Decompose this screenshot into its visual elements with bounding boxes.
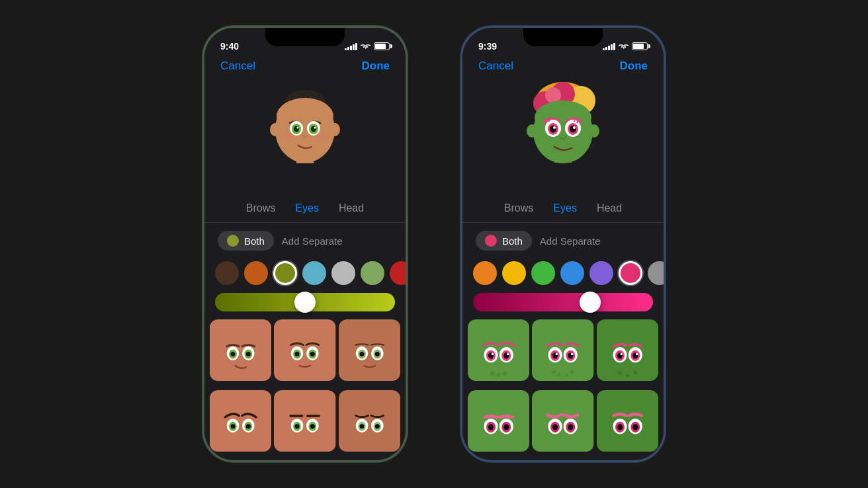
tab-head-left[interactable]: Head	[339, 200, 364, 217]
swatch-pink-right[interactable]	[619, 261, 642, 285]
cancel-button-right[interactable]: Cancel	[478, 60, 513, 73]
status-icons-right	[603, 42, 648, 50]
svg-point-102	[502, 371, 507, 376]
wifi-icon-left	[361, 42, 370, 50]
notch-left	[265, 28, 345, 46]
swatch-4-left[interactable]	[331, 261, 355, 285]
both-toggle-right[interactable]: Both	[476, 231, 532, 251]
svg-point-85	[570, 126, 576, 133]
wifi-icon-right	[619, 42, 629, 50]
svg-point-116	[570, 370, 574, 374]
done-button-right[interactable]: Done	[620, 60, 648, 73]
face-cell-0-right[interactable]	[468, 319, 529, 381]
memoji-left	[262, 82, 348, 168]
slider-row-right	[462, 288, 664, 317]
swatch-green-right[interactable]	[531, 261, 555, 285]
add-separate-right[interactable]: Add Separate	[540, 235, 601, 247]
svg-point-127	[618, 371, 622, 375]
tab-brows-left[interactable]: Brows	[246, 200, 275, 217]
slider-track-left[interactable]	[215, 293, 395, 311]
svg-point-17	[219, 325, 262, 372]
both-label-right: Both	[502, 235, 523, 247]
face-cell-4-right[interactable]	[532, 390, 593, 452]
tab-head-right[interactable]: Head	[597, 200, 622, 217]
face-grid-left	[204, 317, 406, 460]
face-cell-2-right[interactable]	[597, 319, 658, 381]
svg-point-144	[552, 424, 558, 430]
left-phone: 9:40	[202, 26, 408, 462]
swatch-yellow-right[interactable]	[502, 261, 526, 285]
face-cell-2-left[interactable]	[339, 319, 400, 381]
slider-thumb-left[interactable]	[294, 292, 316, 313]
svg-point-136	[488, 424, 494, 430]
swatch-gray-right[interactable]	[648, 261, 664, 285]
face-cell-1-right[interactable]	[532, 319, 593, 381]
status-icons-left	[345, 42, 390, 50]
svg-point-98	[492, 353, 494, 355]
svg-point-47	[246, 424, 251, 428]
svg-point-41	[219, 397, 262, 444]
signal-icon-left	[345, 42, 357, 50]
svg-point-10	[297, 127, 299, 129]
swatch-5-left[interactable]	[361, 261, 384, 285]
svg-point-86	[553, 126, 556, 129]
svg-point-87	[573, 126, 576, 129]
svg-point-64	[359, 424, 364, 428]
svg-point-22	[230, 352, 235, 356]
cancel-button-left[interactable]: Cancel	[220, 60, 255, 73]
avatar-area-right	[462, 75, 664, 194]
svg-point-38	[359, 352, 364, 356]
svg-point-15	[329, 123, 340, 136]
tabs-right: Brows Eyes Head	[462, 194, 664, 223]
swatch-orange-right[interactable]	[473, 261, 497, 285]
swatch-1-left[interactable]	[244, 261, 268, 285]
memoji-svg-left	[262, 82, 348, 168]
nav-bar-left: Cancel Done	[204, 57, 406, 75]
face-cell-5-right[interactable]	[597, 390, 658, 452]
face-cell-1-left[interactable]	[274, 319, 335, 381]
svg-point-59	[348, 397, 391, 444]
tab-eyes-right[interactable]: Eyes	[553, 200, 577, 217]
svg-point-56	[295, 424, 300, 428]
face-cell-3-right[interactable]	[468, 390, 529, 452]
done-button-left[interactable]: Done	[362, 60, 390, 73]
svg-point-13	[315, 132, 328, 140]
svg-point-3	[277, 98, 333, 135]
svg-point-88	[527, 124, 537, 138]
right-phone-screen: 9:39	[462, 28, 664, 460]
svg-point-89	[589, 124, 599, 138]
face-cell-0-left[interactable]	[210, 319, 271, 381]
toggle-row-right: Both Add Separate	[462, 223, 664, 259]
memoji-svg-right	[520, 82, 606, 168]
svg-point-84	[550, 126, 556, 133]
signal-icon-right	[603, 42, 615, 50]
add-separate-left[interactable]: Add Separate	[282, 235, 343, 247]
swatch-3-left[interactable]	[302, 261, 326, 285]
svg-point-152	[617, 424, 623, 430]
face-cell-4-left[interactable]	[274, 390, 335, 452]
svg-point-100	[490, 371, 495, 376]
slider-thumb-right[interactable]	[580, 292, 601, 313]
tab-eyes-left[interactable]: Eyes	[295, 200, 319, 217]
svg-point-145	[568, 424, 574, 430]
tab-brows-right[interactable]: Brows	[504, 200, 533, 217]
swatch-0-left[interactable]	[215, 261, 239, 285]
face-cell-3-left[interactable]	[210, 390, 271, 452]
face-cell-5-left[interactable]	[339, 390, 400, 452]
svg-point-101	[497, 373, 501, 377]
svg-rect-51	[306, 415, 320, 417]
svg-point-137	[503, 424, 509, 430]
slider-track-right[interactable]	[473, 293, 653, 311]
left-phone-screen: 9:40	[204, 28, 406, 460]
swatch-6-left[interactable]	[390, 261, 406, 285]
svg-point-115	[565, 374, 568, 377]
slider-row-left	[204, 288, 406, 317]
toggle-dot-right	[485, 235, 497, 247]
svg-point-46	[230, 424, 235, 428]
both-toggle-left[interactable]: Both	[218, 231, 274, 251]
swatch-blue-right[interactable]	[560, 261, 584, 285]
svg-point-12	[282, 132, 295, 140]
svg-rect-50	[290, 415, 304, 417]
swatch-2-left[interactable]	[273, 261, 297, 285]
swatch-purple-right[interactable]	[589, 261, 613, 285]
